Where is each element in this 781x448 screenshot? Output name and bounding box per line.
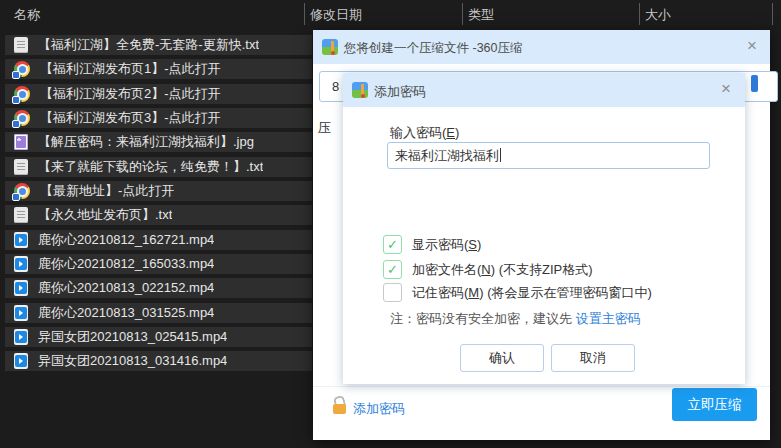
text-file-icon [14,37,28,53]
label-key: N [481,262,490,277]
show-password-checkbox[interactable] [383,235,402,254]
360zip-folder-icon [322,39,338,55]
video-file-icon [14,232,28,248]
security-note: 注：密码没有安全加密，建议先 设置主密码 [390,310,641,328]
file-row[interactable]: 鹿你心20210813_022152.mp4 [5,278,312,298]
column-divider [639,3,640,25]
column-header-size[interactable]: 大小 [645,6,671,24]
column-header-modified[interactable]: 修改日期 [310,6,362,24]
label-pre: 加密文件名( [412,262,481,277]
browser-shortcut-icon [14,61,30,77]
browser-shortcut-icon [14,86,30,102]
password-input-value: 来福利江湖找福利 [395,148,499,163]
file-name: 鹿你心20210812_162721.mp4 [38,231,214,249]
file-row[interactable]: 【福利江湖发布页3】-点此打开 [5,108,312,128]
video-file-icon [14,305,28,321]
close-icon[interactable]: × [716,79,736,99]
file-name: 【福利江湖发布页3】-点此打开 [40,109,221,127]
filename-input-button-fragment[interactable] [751,75,758,92]
file-row[interactable]: 【最新地址】-点此打开 [5,181,312,201]
text-caret [500,148,501,162]
label-post: ) (将会显示在管理密码窗口中) [479,285,652,300]
file-name: 异国女团20210813_031416.mp4 [38,352,227,370]
video-file-icon [14,353,28,369]
file-name: 鹿你心20210812_165033.mp4 [38,255,214,273]
file-name: 【最新地址】-点此打开 [40,182,174,200]
compress-option-label-fragment: 压 [318,119,331,137]
file-row[interactable]: 【来了就能下载的论坛，纯免费！】.txt [5,157,312,177]
file-name: 【解压密码：来福利江湖找福利】.jpg [38,133,254,151]
image-file-icon [14,134,28,150]
password-label-post: ) [455,125,459,140]
remember-password-checkbox[interactable] [383,283,402,302]
add-password-dialog: 添加密码 × 输入密码(E) 来福利江湖找福利 显示密码(S) 加密文件名(N)… [343,73,745,384]
file-row[interactable]: 鹿你心20210812_165033.mp4 [5,254,312,274]
browser-shortcut-icon [14,110,30,126]
file-name: 异国女团20210813_025415.mp4 [38,328,227,346]
label-post: ) (不支持ZIP格式) [491,262,593,277]
shortcut-arrow-badge [12,120,20,128]
label-key: S [468,237,477,252]
label-key: M [468,285,479,300]
password-input[interactable]: 来福利江湖找福利 [387,142,710,169]
file-name: 鹿你心20210813_022152.mp4 [38,279,214,297]
file-row[interactable]: 【福利江湖】全免费-无套路-更新快.txt [5,35,312,55]
column-divider [304,3,305,25]
file-name: 【来了就能下载的论坛，纯免费！】.txt [38,158,263,176]
browser-shortcut-icon [14,183,30,199]
column-divider [772,3,773,25]
video-file-icon [14,256,28,272]
footer-divider [313,386,770,387]
text-file-icon [14,159,28,175]
360zip-folder-icon [352,82,368,98]
remember-password-label: 记住密码(M) (将会显示在管理密码窗口中) [412,284,652,302]
compress-dialog-title: 您将创建一个压缩文件 -360压缩 [344,40,523,57]
video-file-icon [14,280,28,296]
label-post: ) [477,237,481,252]
file-row[interactable]: 鹿你心20210812_162721.mp4 [5,230,312,250]
file-row[interactable]: 【福利江湖发布页1】-点此打开 [5,59,312,79]
password-label: 输入密码(E) [390,124,459,142]
compress-dialog-titlebar: 您将创建一个压缩文件 -360压缩 × [313,30,770,64]
file-row[interactable]: 鹿你心20210813_031525.mp4 [5,303,312,323]
encrypt-filenames-label: 加密文件名(N) (不支持ZIP格式) [412,261,593,279]
password-dialog-titlebar: 添加密码 × [343,73,745,107]
remember-password-option[interactable]: 记住密码(M) (将会显示在管理密码窗口中) [383,283,652,302]
file-name: 鹿你心20210813_031525.mp4 [38,304,214,322]
set-master-password-link[interactable]: 设置主密码 [576,311,641,326]
close-icon[interactable]: × [742,36,762,56]
shortcut-arrow-badge [12,71,20,79]
video-file-icon [14,329,28,345]
password-label-pre: 输入密码( [390,125,446,140]
show-password-label: 显示密码(S) [412,236,481,254]
file-name: 【福利江湖发布页1】-点此打开 [40,60,221,78]
file-row[interactable]: 异国女团20210813_031416.mp4 [5,351,312,371]
encrypt-filenames-option[interactable]: 加密文件名(N) (不支持ZIP格式) [383,260,593,279]
file-row[interactable]: 【解压密码：来福利江湖找福利】.jpg [5,132,312,152]
file-row[interactable]: 【永久地址发布页】.txt [5,205,312,225]
file-row[interactable]: 【福利江湖发布页2】-点此打开 [5,84,312,104]
compress-now-button[interactable]: 立即压缩 [672,388,757,421]
file-name: 【福利江湖发布页2】-点此打开 [40,85,221,103]
confirm-button[interactable]: 确认 [460,344,544,372]
file-row[interactable]: 异国女团20210813_025415.mp4 [5,327,312,347]
unlocked-padlock-icon [333,396,346,414]
file-name: 【永久地址发布页】.txt [38,206,172,224]
shortcut-arrow-badge [12,96,20,104]
show-password-option[interactable]: 显示密码(S) [383,235,481,254]
password-label-key: E [446,125,455,140]
cancel-button[interactable]: 取消 [551,344,635,372]
column-header-name[interactable]: 名称 [14,6,40,24]
encrypt-filenames-checkbox[interactable] [383,260,402,279]
file-name: 【福利江湖】全免费-无套路-更新快.txt [38,36,259,54]
label-pre: 显示密码( [412,237,468,252]
add-password-link[interactable]: 添加密码 [353,400,405,418]
security-note-text: 注：密码没有安全加密，建议先 [390,311,576,326]
shortcut-arrow-badge [12,193,20,201]
label-pre: 记住密码( [412,285,468,300]
column-divider [462,3,463,25]
password-dialog-title: 添加密码 [374,83,426,101]
archive-filename-text: 8 [332,79,339,94]
column-header-type[interactable]: 类型 [468,6,494,24]
text-file-icon [14,207,28,223]
